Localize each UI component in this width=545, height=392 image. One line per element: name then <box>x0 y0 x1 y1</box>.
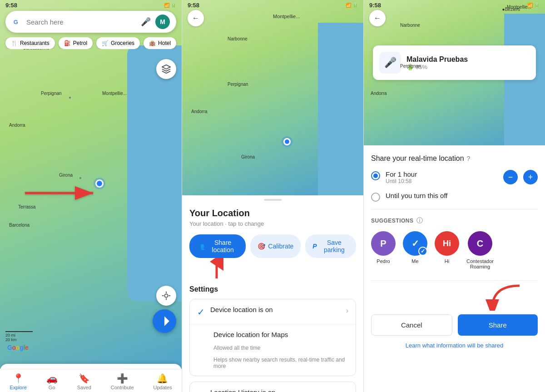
option-until-off[interactable]: Until you turn this off <box>371 192 538 202</box>
city-narbonne-3: Narbonne <box>400 23 420 28</box>
search-input[interactable]: Search here <box>26 18 136 26</box>
option-1-hour[interactable]: For 1 hour Until 10:58 − + <box>371 170 538 184</box>
petrol-label: Petrol <box>73 40 87 46</box>
city-dot-girona <box>79 177 81 179</box>
updates-icon: 🔔 <box>157 373 168 384</box>
directions-button[interactable] <box>153 309 176 333</box>
updates-label: Updates <box>153 385 172 390</box>
back-button-3[interactable]: ← <box>369 10 386 26</box>
settings-item-location-history[interactable]: ✓ Location History is on Auto-delete is … <box>190 382 356 392</box>
radio-until-off[interactable] <box>371 193 380 202</box>
restaurants-label: Restaurants <box>20 40 50 46</box>
contact-letter-contestador: C <box>477 238 483 249</box>
minus-button[interactable]: − <box>503 170 518 184</box>
location-target-icon <box>161 291 171 301</box>
plus-minus-buttons: − + <box>503 170 538 184</box>
explore-icon: 📍 <box>13 373 24 384</box>
directions-icon <box>159 315 170 327</box>
category-petrol[interactable]: ⛽ Petrol <box>59 37 93 49</box>
nav-saved[interactable]: 🔖 Saved <box>77 373 91 390</box>
status-bar-2: 9:58 📶 🔋 <box>182 0 363 10</box>
layers-button[interactable] <box>156 59 176 79</box>
contact-pedro[interactable]: P Pedro <box>371 231 396 269</box>
settings-item-device-location[interactable]: ✓ Device location is on › <box>190 299 356 324</box>
bottom-nav-1: 📍 Explore 🚗 Go 🔖 Saved ➕ Contribute 🔔 Up… <box>0 369 182 392</box>
status-icons-2: 📶 🔋 <box>346 3 358 8</box>
google-logo: Google <box>7 344 28 351</box>
calibrate-label: Calibrate <box>268 243 293 250</box>
learn-link[interactable]: Learn what information will be shared <box>371 342 538 349</box>
panel2-map: Montpellie... Narbonne Perpignan Andorra… <box>182 0 363 195</box>
battery-icon-2: 🔋 <box>352 3 358 8</box>
city-label-girona: Girona <box>59 173 73 178</box>
your-location-title: Your Location <box>189 208 356 218</box>
contact-avatar-me: ✓ ✓ <box>403 231 427 256</box>
option-2-left: Until you turn this off <box>371 192 447 202</box>
search-bar[interactable]: G Search here 🎤 M <box>5 11 176 33</box>
nav-go[interactable]: 🚗 Go <box>46 373 58 390</box>
status-time-3: 9:58 <box>369 2 381 9</box>
back-button-2[interactable]: ← <box>188 10 204 26</box>
contact-name-hi: Hi <box>445 258 449 264</box>
share-card: 🎤 Malavida Pruebas 🔋 35% <box>373 45 536 80</box>
bottom-action-row: Cancel Share <box>371 314 538 336</box>
panel-2-your-location: Montpellie... Narbonne Perpignan Andorra… <box>182 0 363 392</box>
settings-item-location-maps[interactable]: Device location for Maps Allowed all the… <box>190 324 356 376</box>
share-card-info: Malavida Pruebas 🔋 35% <box>406 55 468 70</box>
groceries-label: Groceries <box>111 40 134 46</box>
radio-1-hour[interactable] <box>371 171 380 180</box>
wifi-icon-2: 📶 <box>346 3 351 8</box>
scale-bar: 20 mi 20 km <box>5 331 33 342</box>
go-icon: 🚗 <box>46 373 58 384</box>
status-icons-3: 📶 🔋 <box>527 3 540 8</box>
share-location-icon: 👥 <box>197 243 204 250</box>
settings-item-sub-2: Allowed all the time <box>213 345 260 351</box>
panel2-content: Your Location Your location · tap to cha… <box>182 201 363 392</box>
settings-item-content-1: Device location is on <box>210 306 341 313</box>
calibrate-button[interactable]: 🎯 Calibrate <box>250 234 301 258</box>
help-icon[interactable]: ? <box>467 155 471 162</box>
settings-card: ✓ Device location is on › Device locatio… <box>189 299 356 376</box>
settings-item-title-1: Device location is on <box>210 306 341 313</box>
settings-item-title-3: Location History is on <box>210 388 341 392</box>
calibrate-icon: 🎯 <box>258 243 265 250</box>
contact-contestador[interactable]: C Contestador Roaming <box>466 231 494 269</box>
suggestions-info-icon[interactable]: ⓘ <box>416 217 423 225</box>
city-label-andorra: Andorra <box>9 123 25 128</box>
panel-1-main-map: Narbonne Carcassonne Perpignan Andorra G… <box>0 0 182 392</box>
nav-explore[interactable]: 📍 Explore <box>10 373 26 390</box>
option-1-left: For 1 hour Until 10:58 <box>371 170 417 184</box>
save-parking-button[interactable]: P Save parking <box>305 234 356 258</box>
contact-hi[interactable]: Hi Hi <box>435 231 459 269</box>
wifi-icon-3: 📶 <box>527 3 533 8</box>
google-maps-logo: G <box>12 17 22 27</box>
category-restaurants[interactable]: 🍴 Restaurants <box>5 37 55 49</box>
settings-item-title-2: Device location for Maps <box>213 331 288 338</box>
plus-button[interactable]: + <box>523 170 538 184</box>
mic-icon[interactable]: 🎤 <box>141 17 151 27</box>
nav-contribute[interactable]: ➕ Contribute <box>111 373 134 390</box>
hotel-label: Hotel <box>158 40 171 46</box>
check-icon-2: ✓ <box>197 389 205 392</box>
share-location-label: Share location <box>207 239 238 253</box>
red-arrow-container-3 <box>371 288 538 311</box>
nav-updates[interactable]: 🔔 Updates <box>153 373 172 390</box>
share-location-button[interactable]: 👥 Share location <box>189 234 246 258</box>
parking-icon: P <box>312 243 317 250</box>
category-groceries[interactable]: 🛒 Groceries <box>96 37 140 49</box>
contact-letter-me: ✓ <box>411 238 419 249</box>
city-girona-2: Girona <box>241 154 255 159</box>
share-button[interactable]: Share <box>458 314 538 336</box>
hotel-icon: 🏨 <box>149 40 156 46</box>
suggestions-header: SUGGESTIONS ⓘ <box>371 217 538 225</box>
city-label-perpignan: Perpignan <box>41 91 62 96</box>
current-location-button[interactable] <box>156 286 176 306</box>
panel2-header: ← <box>188 10 358 26</box>
contact-me[interactable]: ✓ ✓ Me <box>403 231 427 269</box>
user-avatar[interactable]: M <box>155 15 170 29</box>
contact-name-me: Me <box>411 258 418 264</box>
map-water <box>127 45 182 301</box>
cancel-button[interactable]: Cancel <box>371 314 452 336</box>
category-hotel[interactable]: 🏨 Hotel <box>144 37 176 49</box>
settings-card-2: ✓ Location History is on Auto-delete is … <box>189 382 356 392</box>
